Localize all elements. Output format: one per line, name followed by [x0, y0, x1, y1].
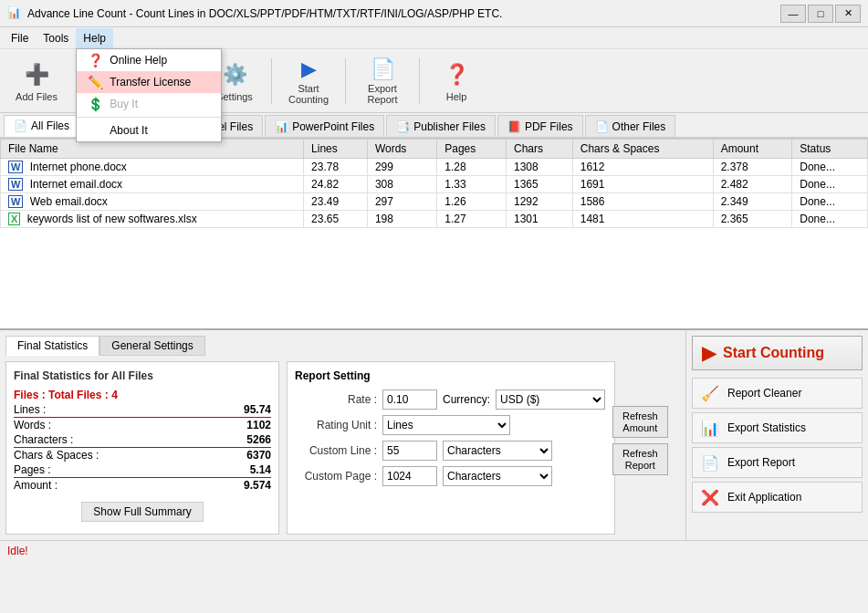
refresh-amount-button[interactable]: Refresh Amount	[612, 406, 668, 438]
maximize-button[interactable]: □	[808, 5, 833, 23]
tab-publisher-files[interactable]: 📑 Publisher Files	[386, 115, 496, 137]
start-counting-label: Start Counting	[284, 83, 333, 105]
refresh-buttons: Refresh Amount Refresh Report	[612, 390, 668, 492]
stat-label: Pages :	[14, 463, 51, 476]
statistics-box: Final Statistics for All Files Files : T…	[5, 361, 279, 535]
powerpoint-files-tab-icon: 📊	[275, 120, 288, 133]
cell-words: 299	[367, 159, 436, 176]
publisher-files-tab-label: Publisher Files	[413, 120, 486, 133]
tab-other-files[interactable]: 📄 Other Files	[585, 115, 676, 137]
col-file-name[interactable]: File Name	[1, 140, 304, 159]
export-statistics-button[interactable]: 📊 Export Statistics	[692, 412, 863, 443]
stat-row: Chars & Spaces :6370	[14, 448, 271, 462]
table-row[interactable]: W Web email.docx 23.49 297 1.26 1292 158…	[1, 193, 868, 211]
table-row[interactable]: W Internet email.docx 24.82 308 1.33 136…	[1, 176, 868, 193]
report-cleaner-label: Report Cleaner	[727, 387, 801, 400]
stat-label: Amount :	[14, 479, 58, 492]
cell-chars: 1292	[506, 193, 572, 211]
col-status[interactable]: Status	[792, 140, 868, 159]
cell-pages: 1.26	[437, 193, 507, 211]
col-words[interactable]: Words	[367, 140, 436, 159]
minimize-button[interactable]: —	[780, 5, 806, 23]
cell-file-name: W Web email.docx	[1, 193, 304, 211]
cell-lines: 24.82	[304, 176, 368, 193]
stats-rows: Files : Total Files : 4Lines :95.74Words…	[14, 388, 271, 493]
cell-amount: 2.349	[713, 193, 792, 211]
tab-final-statistics[interactable]: Final Statistics	[5, 336, 99, 356]
tab-powerpoint-files[interactable]: 📊 PowerPoint Files	[265, 115, 384, 137]
toolbar-start-counting[interactable]: ▶ Start Counting	[279, 54, 338, 109]
report-setting-box: Report Setting Rate : Currency: USD ($) …	[287, 361, 615, 535]
toolbar-separator-3	[345, 58, 346, 104]
tab-all-files[interactable]: 📄 All Files	[4, 115, 79, 137]
pdf-files-tab-icon: 📕	[507, 120, 521, 133]
app-icon: 📊	[7, 6, 22, 21]
start-counting-big-label: Start Counting	[723, 345, 824, 361]
export-report-icon: 📄	[700, 452, 720, 473]
toolbar-add-files[interactable]: ➕ Add Files	[7, 54, 66, 109]
cell-amount: 2.378	[713, 159, 792, 176]
menu-help[interactable]: Help	[76, 28, 113, 48]
table-header-row: File Name Lines Words Pages Chars Chars …	[1, 140, 868, 159]
custom-line-input[interactable]	[382, 441, 437, 461]
close-button[interactable]: ✕	[835, 5, 861, 23]
rating-unit-row: Rating Unit : Lines Words Pages Characte…	[295, 415, 605, 435]
custom-page-row: Custom Page : Characters Words	[295, 466, 605, 486]
toolbar-separator-2	[271, 58, 272, 104]
dropdown-online-help[interactable]: ❓ Online Help	[77, 49, 221, 71]
stat-value: 9.574	[244, 479, 271, 492]
dropdown-transfer-license[interactable]: ✏️ Transfer License	[77, 71, 221, 93]
app-title: Advance Line Count - Count Lines in DOC/…	[27, 7, 780, 20]
menu-bar: File Tools Help ❓ Online Help ✏️ Transfe…	[0, 27, 868, 49]
table-row[interactable]: X keywords list of new softwares.xlsx 23…	[1, 211, 868, 228]
custom-page-input[interactable]	[382, 466, 437, 486]
status-text: Idle!	[7, 545, 28, 557]
report-cleaner-icon: 🧹	[700, 383, 720, 403]
cell-amount: 2.482	[713, 176, 792, 193]
status-bar: Idle!	[0, 540, 868, 560]
col-amount[interactable]: Amount	[713, 140, 792, 159]
col-lines[interactable]: Lines	[304, 140, 368, 159]
custom-line-label: Custom Line :	[295, 444, 377, 457]
stat-label: Lines :	[14, 403, 46, 416]
rate-input[interactable]	[382, 390, 437, 410]
currency-select[interactable]: USD ($) EUR (€) GBP (£)	[496, 390, 605, 410]
custom-line-unit-select[interactable]: Characters Words	[443, 441, 552, 461]
currency-label: Currency:	[443, 393, 490, 406]
other-files-tab-icon: 📄	[595, 120, 609, 133]
col-chars-spaces[interactable]: Chars & Spaces	[572, 140, 713, 159]
cell-chars-spaces: 1691	[572, 176, 713, 193]
tab-general-settings[interactable]: General Settings	[99, 336, 204, 356]
cell-chars-spaces: 1586	[572, 193, 713, 211]
dropdown-about-it[interactable]: About It	[77, 119, 221, 141]
custom-line-row: Custom Line : Characters Words	[295, 441, 605, 461]
toolbar-export-report[interactable]: 📄 Export Report	[353, 54, 412, 109]
cell-lines: 23.78	[304, 159, 368, 176]
stat-label: Words :	[14, 419, 51, 431]
menu-tools[interactable]: Tools	[36, 28, 76, 48]
export-statistics-icon: 📊	[700, 418, 720, 438]
col-pages[interactable]: Pages	[437, 140, 507, 159]
table-row[interactable]: W Internet phone.docx 23.78 299 1.28 130…	[1, 159, 868, 176]
exit-application-button[interactable]: ❌ Exit Application	[692, 482, 863, 513]
cell-amount: 2.365	[713, 211, 792, 228]
cell-chars-spaces: 1612	[572, 159, 713, 176]
powerpoint-files-tab-label: PowerPoint Files	[292, 120, 374, 133]
transfer-license-icon: ✏️	[88, 75, 102, 89]
menu-file[interactable]: File	[4, 28, 36, 48]
statistics-title: Final Statistics for All Files	[14, 369, 271, 382]
tab-pdf-files[interactable]: 📕 PDF Files	[497, 115, 583, 137]
refresh-report-button[interactable]: Refresh Report	[612, 443, 668, 475]
file-type-icon: W	[8, 161, 23, 173]
custom-page-unit-select[interactable]: Characters Words	[443, 466, 552, 486]
rating-unit-select[interactable]: Lines Words Pages Characters	[382, 415, 510, 435]
export-report-button[interactable]: 📄 Export Report	[692, 447, 863, 478]
col-chars[interactable]: Chars	[506, 140, 572, 159]
toolbar-help[interactable]: ❓ Help	[427, 54, 486, 109]
show-full-summary-button[interactable]: Show Full Summary	[81, 502, 203, 522]
stat-label: Chars & Spaces :	[14, 449, 99, 462]
cell-words: 308	[367, 176, 436, 193]
cell-file-name: W Internet email.docx	[1, 176, 304, 193]
start-counting-big-button[interactable]: ▶ Start Counting	[692, 336, 863, 370]
report-cleaner-button[interactable]: 🧹 Report Cleaner	[692, 378, 863, 409]
